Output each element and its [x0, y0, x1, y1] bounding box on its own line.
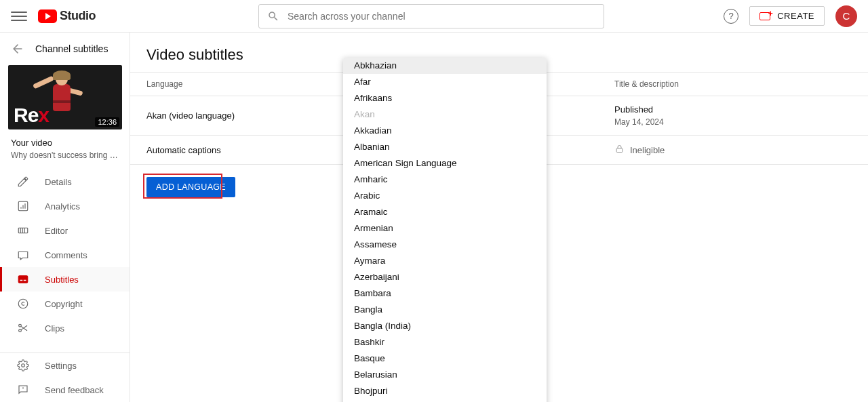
video-thumbnail: Rex 12:36 [8, 65, 122, 129]
language-option[interactable]: American Sign Language [343, 155, 547, 172]
your-video-section: Your video Why doesn't success bring hap… [0, 129, 130, 160]
comments-icon [16, 248, 30, 262]
row-language: Akan (video language) [146, 110, 377, 121]
svg-point-7 [19, 329, 22, 332]
language-option[interactable]: Bashkir [343, 334, 547, 350]
feedback-icon [16, 383, 30, 397]
row-language: Automatic captions [146, 145, 377, 155]
nav-clips[interactable]: Clips [0, 316, 130, 340]
back-arrow-icon[interactable] [11, 42, 24, 56]
language-option[interactable]: Aymara [343, 253, 547, 269]
add-language-button[interactable]: ADD LANGUAGE [146, 177, 235, 197]
create-button[interactable]: CREATE [749, 6, 825, 26]
header-actions: ? CREATE C [724, 5, 857, 27]
main-content: Video subtitles Language Title & descrip… [130, 33, 868, 402]
video-title-text: Why doesn't success bring happines... [11, 150, 119, 160]
language-option[interactable]: Azerbaijani [343, 269, 547, 285]
nav-details[interactable]: Details [0, 169, 130, 194]
svg-rect-3 [20, 280, 23, 281]
editor-icon [16, 224, 30, 237]
language-option[interactable]: Basque [343, 350, 547, 367]
svg-rect-9 [616, 148, 623, 153]
language-option[interactable]: Afar [343, 74, 547, 90]
help-icon[interactable]: ? [724, 9, 738, 24]
create-video-icon [760, 12, 772, 21]
column-title-desc: Title & description [614, 79, 852, 89]
subtitles-icon [16, 273, 30, 286]
nav-subtitles[interactable]: Subtitles [0, 267, 130, 292]
language-option[interactable]: Abkhazian [343, 58, 547, 74]
your-video-label: Your video [11, 138, 119, 148]
language-option[interactable]: Bangla (India) [343, 318, 547, 334]
language-option[interactable]: Akkadian [343, 123, 547, 139]
nav-label: Editor [45, 226, 68, 236]
svg-point-6 [19, 324, 22, 327]
nav-settings[interactable]: Settings [0, 353, 130, 378]
language-option[interactable]: Aramaic [343, 204, 547, 220]
language-option[interactable]: Arabic [343, 188, 547, 204]
svg-point-5 [18, 299, 28, 308]
nav-label: Clips [45, 323, 64, 334]
sidebar: Channel subtitles Rex 12:36 Your video W… [0, 33, 130, 402]
svg-rect-1 [18, 228, 28, 233]
language-dropdown[interactable]: AbkhazianAfarAfrikaansAkanAkkadianAlbani… [343, 58, 547, 402]
language-option[interactable]: Armenian [343, 220, 547, 237]
account-avatar[interactable]: C [835, 5, 857, 27]
nav-label: Settings [45, 361, 77, 371]
sidebar-footer: Settings Send feedback [0, 353, 130, 402]
nav-feedback[interactable]: Send feedback [0, 378, 130, 402]
language-option[interactable]: Amharic [343, 172, 547, 188]
nav-label: Send feedback [45, 385, 104, 395]
nav-analytics[interactable]: Analytics [0, 194, 130, 218]
sidebar-nav: Details Analytics Editor Comments Subtit… [0, 169, 130, 353]
nav-comments[interactable]: Comments [0, 243, 130, 267]
search-icon [267, 10, 279, 22]
create-button-label: CREATE [777, 11, 814, 21]
language-option[interactable]: Bhojpuri [343, 383, 547, 399]
language-option[interactable]: Bambara [343, 285, 547, 302]
sidebar-title: Channel subtitles [35, 43, 108, 54]
language-option[interactable]: Albanian [343, 139, 547, 155]
pencil-icon [16, 175, 30, 188]
youtube-studio-logo[interactable]: Studio [38, 9, 96, 23]
row-date: May 14, 2024 [614, 117, 852, 127]
nav-label: Subtitles [45, 275, 79, 285]
analytics-icon [16, 199, 30, 213]
video-duration: 12:36 [95, 117, 119, 127]
youtube-play-icon [38, 9, 57, 23]
sidebar-header: Channel subtitles [0, 33, 130, 65]
svg-point-8 [22, 364, 25, 367]
logo-text: Studio [60, 9, 96, 23]
language-option[interactable]: Afrikaans [343, 90, 547, 106]
nav-label: Copyright [45, 299, 83, 309]
row-status: Published [614, 104, 852, 115]
lock-icon [614, 144, 625, 156]
scissors-icon [16, 321, 30, 335]
svg-rect-4 [24, 280, 26, 281]
nav-label: Details [45, 177, 72, 187]
column-language: Language [146, 79, 377, 89]
language-option[interactable]: Belarusian [343, 367, 547, 383]
search-input[interactable] [288, 11, 595, 22]
nav-label: Comments [45, 250, 87, 260]
hamburger-menu-icon[interactable] [11, 8, 27, 24]
gear-icon [16, 359, 30, 372]
language-option[interactable]: Assamese [343, 237, 547, 253]
copyright-icon [16, 297, 30, 310]
row-status: Ineligible [630, 145, 665, 155]
video-thumbnail-container[interactable]: Rex 12:36 [0, 65, 130, 129]
nav-editor[interactable]: Editor [0, 218, 130, 243]
language-option[interactable]: Bangla [343, 302, 547, 318]
language-option[interactable]: Bislama [343, 399, 547, 402]
language-dropdown-list[interactable]: AbkhazianAfarAfrikaansAkanAkkadianAlbani… [343, 58, 547, 402]
svg-rect-2 [18, 276, 28, 283]
nav-copyright[interactable]: Copyright [0, 292, 130, 316]
language-option: Akan [343, 106, 547, 123]
search-box[interactable] [258, 4, 604, 28]
app-header: Studio ? CREATE C [0, 0, 868, 33]
nav-label: Analytics [45, 201, 80, 212]
